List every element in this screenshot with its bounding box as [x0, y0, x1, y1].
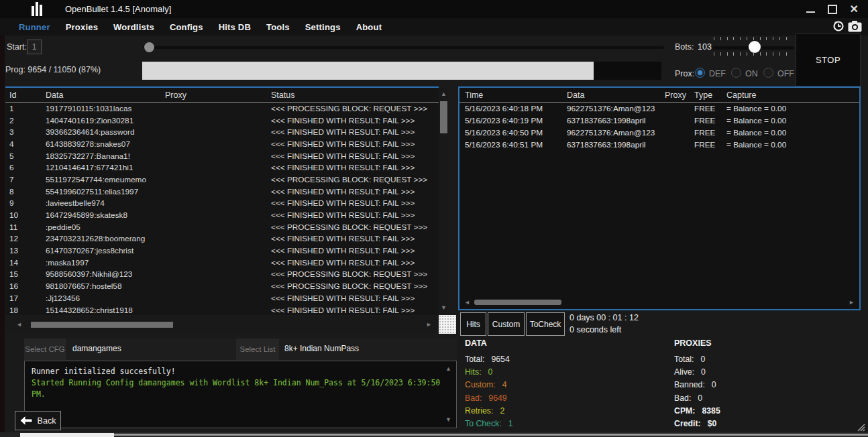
- stat-value: 8385: [702, 406, 720, 416]
- col-id[interactable]: Id: [9, 90, 46, 100]
- close-icon[interactable]: ✕: [850, 4, 859, 15]
- vertical-scroll-thumb[interactable]: [440, 101, 447, 133]
- table-row[interactable]: 9 :lavieestbelle974 <<< FINISHED WITH RE…: [5, 198, 439, 210]
- table-row[interactable]: 5 18325732277:Banana1! <<< FINISHED WITH…: [5, 150, 439, 162]
- stat-value: 0: [701, 367, 706, 377]
- cell-data: 9622751376:Aman@123: [567, 128, 665, 137]
- table-row[interactable]: 2 14047401619:Zion30281 <<< FINISHED WIT…: [5, 115, 439, 127]
- start-slider-thumb[interactable]: [144, 42, 154, 52]
- table-row[interactable]: 6 12104146417:677421hi1 <<< FINISHED WIT…: [5, 162, 439, 174]
- minimize-icon[interactable]: [806, 11, 815, 13]
- horizontal-scroll-thumb[interactable]: [31, 322, 173, 328]
- prox-def-radio[interactable]: [695, 68, 705, 78]
- cell-data: :maska1997: [46, 258, 165, 267]
- menu-item[interactable]: Wordlists: [113, 22, 154, 32]
- col-proxy[interactable]: Proxy: [165, 90, 271, 100]
- table-row[interactable]: 11 :peddie05 <<< PROCESSING BLOCK: REQUE…: [5, 221, 439, 233]
- table-row[interactable]: 14 :maska1997 <<< FINISHED WITH RESULT: …: [5, 257, 439, 269]
- menu-item[interactable]: Proxies: [66, 22, 98, 32]
- stat-line: Banned: 0: [674, 379, 862, 391]
- scroll-right-icon[interactable]: ►: [849, 300, 855, 306]
- stat-label: Bad:: [674, 393, 691, 403]
- stat-line: Total: 9654: [465, 353, 653, 365]
- openbullet-window: OpenBullet 1.4.5 [Anomaly] ✕ RunnerProxi…: [0, 0, 868, 437]
- table-row[interactable]: 5/16/2023 6:40:19 PM 6371837663:1998apri…: [459, 115, 859, 127]
- table-row[interactable]: 7 5511972547744:emeumemo <<< PROCESSING …: [5, 174, 439, 186]
- menu-item[interactable]: Settings: [305, 22, 341, 32]
- cell-id: 12: [9, 234, 46, 243]
- cell-type: FREE: [694, 140, 726, 149]
- bots-label: Bots:: [675, 42, 694, 52]
- table-row[interactable]: 17 :Jj123456 <<< FINISHED WITH RESULT: F…: [5, 292, 439, 304]
- table-row[interactable]: 10 16472945899:skatesk8 <<< FINISHED WIT…: [5, 209, 439, 221]
- runner-vertical-scrollbar[interactable]: ▲ ▼: [439, 88, 449, 314]
- table-row[interactable]: 8 5541996027511:elias1997 <<< FINISHED W…: [5, 186, 439, 198]
- table-row[interactable]: 16 9818076657:hostel58 <<< PROCESSING BL…: [5, 280, 439, 292]
- table-row[interactable]: 5/16/2023 6:40:18 PM 9622751376:Aman@123…: [459, 103, 859, 115]
- col-time[interactable]: Time: [465, 90, 567, 100]
- tab-hits[interactable]: Hits: [460, 312, 486, 336]
- menu-item[interactable]: Configs: [170, 22, 203, 32]
- cell-data: 5541996027511:elias1997: [46, 187, 165, 196]
- table-row[interactable]: 15 9588560397:Nikhil@123 <<< PROCESSING …: [5, 269, 439, 281]
- table-row[interactable]: 18 15144328652:christ1918 <<< FINISHED W…: [5, 304, 439, 315]
- prox-off-label: OFF: [777, 69, 794, 78]
- cell-data: 14047401619:Zion30281: [46, 116, 165, 125]
- hits-horizontal-scrollbar[interactable]: ◄ ►: [461, 297, 858, 308]
- table-row[interactable]: 5/16/2023 6:40:50 PM 9622751376:Aman@123…: [459, 127, 859, 139]
- menu-item[interactable]: Runner: [19, 22, 50, 32]
- cell-data: 393662364614:password: [46, 127, 165, 137]
- select-list-button[interactable]: Select List: [236, 338, 279, 360]
- menu-item[interactable]: About: [356, 22, 382, 32]
- cell-data: 61470370267:jess8christ: [46, 246, 165, 255]
- start-label: Start:: [7, 42, 27, 52]
- back-button[interactable]: Back: [15, 411, 61, 430]
- runner-horizontal-scrollbar[interactable]: ◄ ►: [5, 316, 439, 333]
- cell-id: 16: [9, 282, 46, 291]
- resize-grip-icon[interactable]: [856, 422, 865, 432]
- history-clock-icon[interactable]: [832, 20, 845, 32]
- col-data[interactable]: Data: [567, 90, 665, 100]
- stat-value: 2: [500, 406, 504, 416]
- stop-button[interactable]: STOP: [796, 34, 861, 86]
- screenshot-camera-icon[interactable]: [848, 21, 862, 32]
- menu-item[interactable]: Hits DB: [219, 22, 251, 32]
- col-status[interactable]: Status: [271, 90, 439, 100]
- scroll-left-icon[interactable]: ◄: [16, 322, 22, 328]
- cell-data: :lavieestbelle974: [46, 198, 165, 208]
- table-row[interactable]: 1 19177910115:1031lacas <<< PROCESSING B…: [5, 103, 439, 115]
- tab-custom[interactable]: Custom: [488, 312, 525, 336]
- start-position-slider[interactable]: [143, 46, 664, 49]
- scroll-down-icon[interactable]: ▼: [441, 305, 447, 311]
- col-type[interactable]: Type: [694, 90, 726, 100]
- scrollbar-corner: [439, 315, 456, 334]
- scroll-up-icon[interactable]: ▲: [441, 91, 447, 97]
- cell-id: 8: [9, 187, 46, 196]
- menu-item[interactable]: Tools: [266, 22, 290, 32]
- start-input[interactable]: 1: [27, 40, 42, 54]
- cell-id: 14: [9, 258, 46, 267]
- table-row[interactable]: 5/16/2023 6:40:51 PM 6371837663:1998apri…: [459, 139, 859, 151]
- scroll-left-icon[interactable]: ◄: [464, 300, 470, 306]
- horizontal-scroll-thumb[interactable]: [474, 300, 561, 305]
- log-scroll-up-icon[interactable]: ▲: [445, 366, 451, 372]
- scroll-right-icon[interactable]: ►: [426, 322, 432, 328]
- stat-label: Bad:: [465, 393, 482, 403]
- table-row[interactable]: 13 61470370267:jess8christ <<< FINISHED …: [5, 245, 439, 257]
- prox-on-label: ON: [745, 69, 758, 78]
- prox-off-radio[interactable]: [763, 68, 773, 78]
- stat-line: Custom: 4: [465, 379, 653, 391]
- log-scroll-down-icon[interactable]: ▼: [445, 417, 451, 423]
- table-row[interactable]: 12 2347032312628:boomerang <<< FINISHED …: [5, 233, 439, 245]
- table-row[interactable]: 4 61438839278:snakes07 <<< FINISHED WITH…: [5, 138, 439, 150]
- tab-tocheck[interactable]: ToCheck: [526, 312, 565, 336]
- table-row[interactable]: 3 393662364614:password <<< FINISHED WIT…: [5, 126, 439, 138]
- col-data[interactable]: Data: [46, 90, 165, 100]
- col-proxy[interactable]: Proxy: [665, 90, 694, 100]
- bots-slider-thumb[interactable]: [749, 41, 761, 53]
- col-capture[interactable]: Capture: [726, 90, 859, 100]
- prox-on-radio[interactable]: [731, 68, 741, 78]
- maximize-icon[interactable]: [828, 5, 837, 14]
- select-cfg-button[interactable]: Select CFG: [24, 338, 66, 360]
- stat-label: Hits:: [465, 367, 482, 377]
